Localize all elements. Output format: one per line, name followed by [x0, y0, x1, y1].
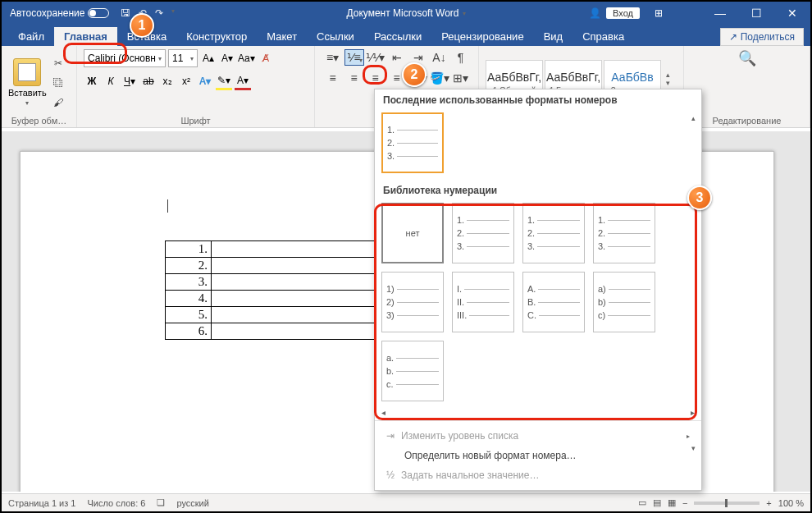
italic-button[interactable]: К — [103, 72, 119, 90]
strike-button[interactable]: ab — [140, 72, 157, 90]
recent-formats-title: Последние использованные форматы номеров — [375, 89, 701, 109]
scroll-down-icon[interactable]: ▾ — [691, 444, 696, 452]
view-web-icon[interactable]: ▦ — [668, 497, 676, 508]
account-area: 👤 Вход ⊞ — [589, 7, 663, 19]
highlight-icon[interactable]: ✎▾ — [216, 72, 232, 90]
zoom-out-icon[interactable]: − — [682, 498, 687, 508]
font-size-select[interactable]: 11▾ — [168, 49, 198, 67]
scroll-left-icon[interactable]: ◂ — [381, 408, 385, 417]
tab-layout[interactable]: Макет — [257, 27, 307, 46]
group-font: Calibri (Основн▾ 11▾ A▴ A▾ Aa▾ A̸ Ж К Ч▾… — [77, 46, 315, 127]
callout-2: 2 — [402, 62, 427, 87]
align-left-icon[interactable]: ≡ — [323, 70, 343, 86]
find-icon[interactable]: 🔍 — [738, 49, 756, 67]
numbering-lower-dot[interactable]: a. b. c. — [381, 341, 444, 401]
numbering-decimal-dot[interactable]: 1. 2. 3. — [452, 203, 514, 263]
font-color-icon[interactable]: A▾ — [235, 72, 251, 90]
indent-icon: ⇥ — [386, 430, 395, 442]
borders-icon[interactable]: ⊞▾ — [451, 70, 471, 86]
window-controls: — ☐ ✕ — [702, 2, 810, 25]
multilevel-button[interactable]: ⅟⅟▾ — [366, 49, 385, 66]
define-new-format[interactable]: Определить новый формат номера… — [376, 446, 700, 465]
clear-format-icon[interactable]: A̸ — [258, 49, 274, 67]
numbering-upper-alpha[interactable]: A. B. C. — [522, 272, 585, 332]
dec-indent-icon[interactable]: ⇤ — [387, 49, 407, 66]
numbering-button[interactable]: ⅟≡▾ — [344, 49, 364, 66]
callout-3: 3 — [687, 186, 712, 210]
styles-down-icon[interactable]: ▾ — [666, 79, 673, 87]
maximize-button[interactable]: ☐ — [738, 2, 774, 25]
subscript-button[interactable]: x₂ — [159, 72, 176, 90]
underline-button[interactable]: Ч▾ — [121, 72, 138, 90]
numbering-roman[interactable]: I. II. III. — [452, 272, 514, 332]
language-indicator[interactable]: русский — [176, 498, 208, 508]
change-list-level: ⇥Изменить уровень списка▸ — [376, 426, 700, 446]
cut-icon[interactable]: ✂ — [50, 55, 66, 71]
ribbon-tabs: Файл Главная Вставка Конструктор Макет С… — [2, 25, 810, 46]
statusbar: Страница 1 из 1 Число слов: 6 ❏ русский … — [2, 493, 810, 511]
user-icon: 👤 — [589, 7, 601, 19]
paste-icon — [13, 58, 41, 86]
numbering-dropdown: Последние использованные форматы номеров… — [374, 89, 702, 491]
tab-view[interactable]: Вид — [534, 27, 573, 46]
group-editing: 🔍 Редактирование — [684, 46, 810, 127]
zoom-level[interactable]: 100 % — [778, 498, 804, 508]
share-icon: ↗ — [729, 31, 737, 43]
autosave-toggle[interactable] — [88, 8, 109, 18]
group-clipboard: Вставить ▾ ✂ ⿻ 🖌 Буфер обм… — [2, 46, 77, 127]
text-cursor: | — [167, 198, 169, 213]
tab-file[interactable]: Файл — [8, 27, 54, 46]
tab-help[interactable]: Справка — [573, 27, 634, 46]
numbering-decimal-paren[interactable]: 1) 2) 3) — [381, 272, 444, 332]
proofing-icon[interactable]: ❏ — [157, 497, 165, 508]
tab-home[interactable]: Главная — [54, 27, 117, 46]
numbering-decimal-dot-3[interactable]: 1. 2. 3. — [593, 203, 655, 263]
numbering-recent-decimal[interactable]: 1. 2. 3. — [381, 112, 444, 173]
page-indicator[interactable]: Страница 1 из 1 — [8, 498, 75, 508]
autosave-label: Автосохранение — [10, 7, 84, 19]
sort-icon[interactable]: A↓ — [430, 49, 449, 66]
autosave-control[interactable]: Автосохранение — [10, 7, 109, 19]
shading-icon[interactable]: 🪣▾ — [430, 70, 449, 86]
show-marks-icon[interactable]: ¶ — [451, 49, 471, 66]
numbering-decimal-dot-2[interactable]: 1. 2. 3. — [522, 203, 585, 263]
zoom-in-icon[interactable]: + — [766, 498, 771, 508]
numbering-none[interactable]: нет — [381, 203, 444, 263]
align-right-icon[interactable]: ≡ — [366, 70, 385, 86]
callout-1: 1 — [130, 13, 154, 38]
tab-mail[interactable]: Рассылки — [364, 27, 431, 46]
chevron-down-icon: ▾ — [463, 10, 466, 17]
tab-design[interactable]: Конструктор — [176, 27, 257, 46]
bullets-button[interactable]: ≡▾ — [323, 49, 343, 66]
numbering-lower-paren[interactable]: a) b) c) — [593, 272, 655, 332]
copy-icon[interactable]: ⿻ — [50, 75, 66, 91]
superscript-button[interactable]: x² — [178, 72, 194, 90]
close-button[interactable]: ✕ — [774, 2, 810, 25]
shrink-font-icon[interactable]: A▾ — [219, 49, 235, 67]
view-read-icon[interactable]: ▭ — [638, 497, 646, 508]
share-button[interactable]: ↗ Поделиться — [720, 28, 804, 46]
word-count[interactable]: Число слов: 6 — [87, 498, 145, 508]
tab-refs[interactable]: Ссылки — [307, 27, 364, 46]
tab-review[interactable]: Рецензирование — [431, 27, 533, 46]
ribbon-options-icon[interactable]: ⊞ — [655, 7, 663, 19]
minimize-button[interactable]: — — [702, 2, 738, 25]
font-name-select[interactable]: Calibri (Основн▾ — [84, 49, 166, 67]
align-center-icon[interactable]: ≡ — [344, 70, 364, 86]
save-icon[interactable]: 🖫 — [121, 7, 130, 19]
redo-icon[interactable]: ↷ — [155, 7, 163, 19]
document-title[interactable]: Документ Microsoft Word ▾ — [346, 7, 465, 19]
text-effects-icon[interactable]: A▾ — [197, 72, 213, 90]
login-button[interactable]: Вход — [606, 7, 640, 19]
scroll-up-icon[interactable]: ▴ — [691, 114, 696, 122]
bold-button[interactable]: Ж — [84, 72, 100, 90]
styles-up-icon[interactable]: ▴ — [666, 71, 673, 79]
paste-button[interactable]: Вставить ▾ — [8, 58, 47, 107]
view-print-icon[interactable]: ▤ — [653, 497, 661, 508]
set-start-value: ½Задать начальное значение… — [376, 465, 700, 485]
format-painter-icon[interactable]: 🖌 — [50, 94, 66, 111]
change-case-icon[interactable]: Aa▾ — [238, 49, 255, 67]
zoom-slider[interactable] — [694, 502, 760, 505]
qat-more-icon[interactable]: ▾ — [171, 7, 175, 19]
grow-font-icon[interactable]: A▴ — [200, 49, 217, 67]
